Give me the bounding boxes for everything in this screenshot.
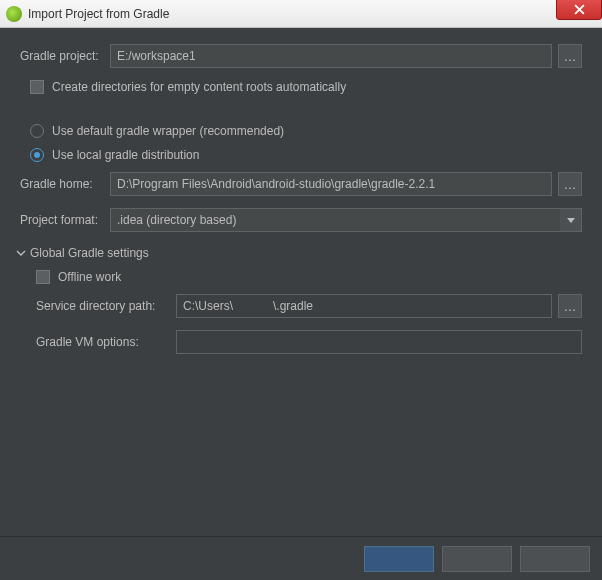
checkbox-icon (36, 270, 50, 284)
close-button[interactable] (556, 0, 602, 20)
project-format-dropdown[interactable] (110, 208, 582, 232)
create-dirs-label: Create directories for empty content roo… (52, 80, 346, 94)
service-dir-browse-button[interactable]: … (558, 294, 582, 318)
offline-work-label: Offline work (58, 270, 121, 284)
gradle-project-browse-button[interactable]: … (558, 44, 582, 68)
gradle-home-browse-button[interactable]: … (558, 172, 582, 196)
vm-options-row: Gradle VM options: (36, 330, 582, 354)
global-gradle-settings-header[interactable]: Global Gradle settings (16, 246, 582, 260)
create-dirs-option[interactable]: Create directories for empty content roo… (30, 80, 582, 94)
project-format-row: Project format: (20, 208, 582, 232)
service-dir-input[interactable] (176, 294, 552, 318)
use-default-wrapper-label: Use default gradle wrapper (recommended) (52, 124, 284, 138)
window-title: Import Project from Gradle (28, 7, 169, 21)
global-section-label: Global Gradle settings (30, 246, 149, 260)
radio-icon (30, 124, 44, 138)
ok-button[interactable] (364, 546, 434, 572)
gradle-home-input[interactable] (110, 172, 552, 196)
dropdown-button (560, 208, 582, 232)
gradle-project-input[interactable] (110, 44, 552, 68)
service-dir-label: Service directory path: (36, 299, 176, 313)
offline-work-option[interactable]: Offline work (36, 270, 582, 284)
gradle-home-row: Gradle home: … (20, 172, 582, 196)
use-default-wrapper-option[interactable]: Use default gradle wrapper (recommended) (30, 124, 582, 138)
gradle-home-label: Gradle home: (20, 177, 110, 191)
checkbox-icon (30, 80, 44, 94)
cancel-button[interactable] (442, 546, 512, 572)
app-icon (6, 6, 22, 22)
chevron-down-icon (16, 248, 26, 258)
titlebar: Import Project from Gradle (0, 0, 602, 28)
radio-icon (30, 148, 44, 162)
help-button[interactable] (520, 546, 590, 572)
use-local-dist-label: Use local gradle distribution (52, 148, 199, 162)
gradle-project-label: Gradle project: (20, 49, 110, 63)
project-format-label: Project format: (20, 213, 110, 227)
use-local-dist-option[interactable]: Use local gradle distribution (30, 148, 582, 162)
vm-options-input[interactable] (176, 330, 582, 354)
project-format-value (110, 208, 560, 232)
global-settings-panel: Offline work Service directory path: … G… (20, 270, 582, 354)
service-dir-row: Service directory path: … (36, 294, 582, 318)
chevron-down-icon (567, 218, 575, 223)
main-panel: Gradle project: … Create directories for… (0, 28, 602, 376)
gradle-project-row: Gradle project: … (20, 44, 582, 68)
bottom-bar (0, 536, 602, 580)
close-icon (574, 4, 585, 15)
vm-options-label: Gradle VM options: (36, 335, 176, 349)
